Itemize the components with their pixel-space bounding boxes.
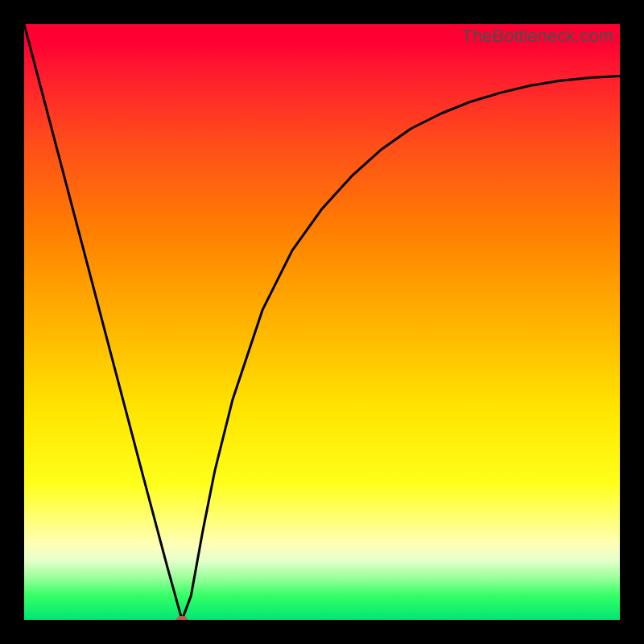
curve-svg xyxy=(24,24,620,620)
plot-area: TheBottleneck.com xyxy=(24,24,620,620)
watermark-text: TheBottleneck.com xyxy=(462,26,613,47)
chart-frame: TheBottleneck.com xyxy=(0,0,644,644)
minimum-marker xyxy=(176,616,188,620)
bottleneck-curve-path xyxy=(24,24,620,620)
